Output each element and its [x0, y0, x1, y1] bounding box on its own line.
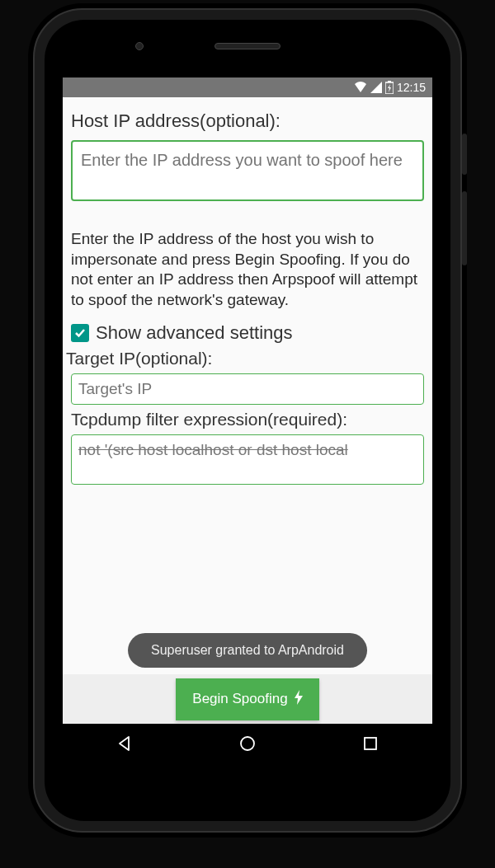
- navigation-bar: [63, 724, 432, 763]
- cell-signal-icon: [370, 82, 382, 93]
- status-bar: 12:15: [63, 77, 432, 97]
- nav-home-button[interactable]: [214, 724, 280, 763]
- target-ip-label: Target IP(optional):: [66, 349, 424, 368]
- host-ip-input[interactable]: [71, 140, 424, 201]
- volume-button: [462, 191, 467, 265]
- phone-frame: 12:15 Host IP address(optional): Enter t…: [33, 8, 462, 833]
- bolt-icon: [295, 690, 303, 709]
- status-time: 12:15: [397, 81, 426, 94]
- svg-point-2: [241, 737, 254, 750]
- description-text: Enter the IP address of the host you wis…: [71, 229, 424, 311]
- nav-recent-button[interactable]: [337, 724, 403, 763]
- toast-message: Superuser granted to ArpAndroid: [128, 633, 367, 668]
- phone-camera: [135, 42, 144, 50]
- button-bar: Begin Spoofing: [63, 674, 432, 724]
- svg-rect-1: [388, 81, 391, 82]
- begin-spoofing-label: Begin Spoofing: [192, 691, 287, 707]
- advanced-checkbox[interactable]: [71, 324, 89, 342]
- target-ip-input[interactable]: [71, 373, 424, 405]
- screen: 12:15 Host IP address(optional): Enter t…: [63, 77, 432, 763]
- nav-back-button[interactable]: [92, 724, 158, 763]
- advanced-checkbox-row[interactable]: Show advanced settings: [71, 322, 424, 344]
- host-ip-label: Host IP address(optional):: [71, 110, 424, 132]
- begin-spoofing-button[interactable]: Begin Spoofing: [176, 678, 318, 720]
- battery-charging-icon: [385, 81, 394, 94]
- power-button: [462, 134, 467, 175]
- advanced-checkbox-label: Show advanced settings: [96, 322, 293, 344]
- tcpdump-filter-input[interactable]: not '(src host localhost or dst host loc…: [71, 434, 424, 486]
- tcpdump-filter-label: Tcpdump filter expression(required):: [71, 410, 424, 429]
- wifi-icon: [354, 82, 367, 93]
- phone-speaker: [214, 43, 280, 49]
- main-content: Host IP address(optional): Enter the IP …: [63, 97, 432, 674]
- svg-rect-3: [365, 738, 376, 749]
